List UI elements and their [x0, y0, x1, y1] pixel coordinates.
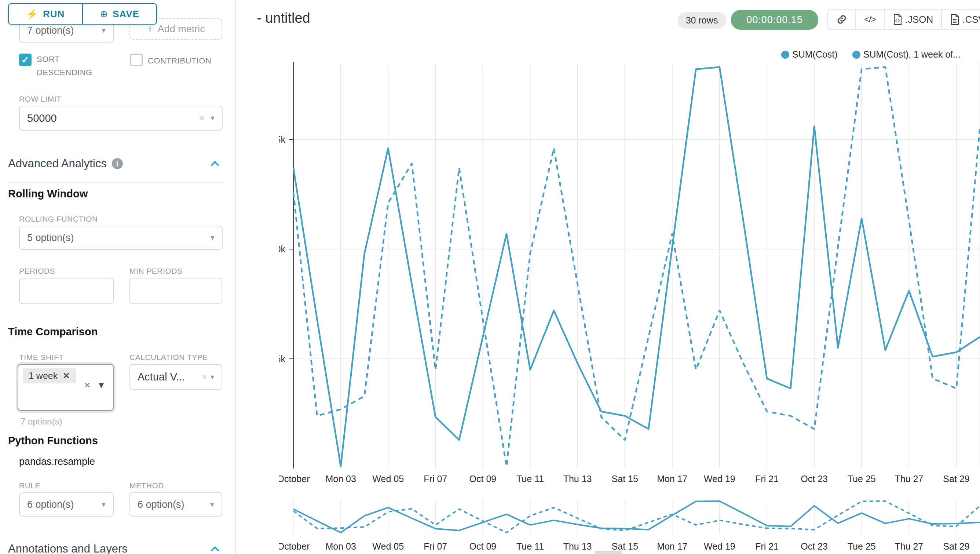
mini-x-tick-label: Wed 19: [704, 541, 735, 551]
contribution-label: CONTRIBUTION: [148, 54, 211, 67]
mini-x-tick-label: Tue 11: [516, 541, 544, 551]
chevron-down-icon: ▾: [102, 25, 106, 35]
time-shift-label: TIME SHIFT: [19, 353, 64, 362]
resize-handle[interactable]: [595, 551, 622, 554]
advanced-analytics-title: Advanced Analytics: [8, 157, 107, 170]
mini-x-tick-label: Mon 03: [325, 541, 356, 551]
json-label: .JSON: [905, 14, 934, 25]
rolling-window-title: Rolling Window: [8, 188, 88, 200]
mini-x-tick-label: Thu 13: [563, 541, 592, 551]
series-line-dashed[interactable]: [293, 67, 980, 466]
info-icon: i: [112, 158, 123, 169]
row-limit-label: ROW LIMIT: [19, 95, 61, 103]
x-tick-label: Wed 05: [372, 474, 404, 484]
mini-x-tick-label: Wed 05: [372, 541, 404, 551]
series-line-solid[interactable]: [293, 67, 980, 466]
link-icon: [836, 14, 847, 25]
section-divider: [8, 182, 224, 183]
main-line-chart[interactable]: 5k10k15kOctoberMon 03Wed 05Fri 07Oct 09T…: [279, 55, 980, 495]
mini-x-tick-label: Tue 25: [848, 541, 876, 551]
method-value: 6 option(s): [138, 499, 210, 510]
query-timer-badge: 00:00:00.15: [731, 10, 818, 30]
embed-code-button[interactable]: </>: [855, 10, 884, 29]
mini-range-chart[interactable]: OctoberMon 03Wed 05Fri 07Oct 09Tue 11Thu…: [279, 495, 980, 554]
x-tick-label: Tue 25: [848, 474, 876, 484]
row-limit-select[interactable]: 50000 × ▾: [19, 106, 223, 131]
metric-select-value: 7 option(s): [27, 25, 102, 36]
x-tick-label: October: [279, 474, 310, 484]
rolling-function-label: ROLLING FUNCTION: [19, 215, 98, 223]
remove-tag-icon[interactable]: ✕: [63, 371, 70, 381]
rule-select[interactable]: 6 option(s) ▾: [19, 492, 114, 517]
mini-x-tick-label: Oct 09: [469, 541, 496, 551]
mini-x-tick-label: Oct 23: [801, 541, 828, 551]
sort-descending-label: SORT DESCENDING: [37, 53, 95, 79]
periods-input[interactable]: [19, 278, 114, 304]
chevron-down-icon: ▼: [97, 380, 106, 390]
control-panel: ⚡ RUN ⊕ SAVE 7 option(s) ▾ + Add metric …: [0, 0, 236, 554]
mini-x-tick-label: Sat 15: [612, 541, 638, 551]
mini-x-tick-label: Thu 27: [894, 541, 923, 551]
run-button-label: RUN: [43, 8, 65, 20]
time-shift-tag-label: 1 week: [29, 371, 57, 381]
advanced-analytics-header[interactable]: Advanced Analytics i: [8, 157, 123, 170]
x-tick-label: Mon 17: [657, 474, 687, 484]
x-tick-label: Sat 15: [612, 474, 638, 484]
mini-series-line-solid: [293, 501, 980, 533]
export-csv-button[interactable]: .CSV: [941, 10, 980, 29]
row-limit-value: 50000: [27, 112, 199, 124]
plus-icon: +: [147, 23, 153, 35]
chevron-down-icon: ▾: [210, 373, 214, 381]
copy-link-button[interactable]: [828, 10, 855, 29]
export-toolbar: </> .JSON .CSV ≡: [827, 9, 980, 30]
mini-x-tick-label: Mon 17: [657, 541, 687, 551]
mini-x-tick-label: October: [279, 541, 310, 551]
annotations-header[interactable]: Annotations and Layers: [8, 542, 127, 554]
time-shift-multiselect[interactable]: 1 week ✕ × ▼: [18, 364, 114, 411]
pandas-resample-label: pandas.resample: [19, 456, 95, 467]
plus-circle-icon: ⊕: [100, 8, 108, 20]
export-json-button[interactable]: .JSON: [884, 10, 942, 29]
file-csv-icon: [950, 14, 959, 25]
mini-x-tick-label: Fri 07: [424, 541, 447, 551]
calculation-type-value: Actual V...: [138, 371, 202, 383]
explore-view: ⚡ RUN ⊕ SAVE 7 option(s) ▾ + Add metric …: [0, 0, 980, 554]
x-tick-label: Wed 19: [704, 474, 735, 484]
mini-series-line-dashed: [293, 501, 980, 533]
mini-x-tick-label: Sat 29: [943, 541, 969, 551]
rolling-function-select[interactable]: 5 option(s) ▾: [19, 226, 223, 250]
chevron-down-icon: ▾: [102, 500, 106, 509]
chevron-down-icon: ▾: [210, 233, 215, 242]
file-json-icon: [893, 14, 902, 25]
time-comparison-title: Time Comparison: [8, 326, 97, 338]
calculation-type-select[interactable]: Actual V... × ▾: [129, 364, 222, 390]
time-shift-helper: 7 option(s): [21, 416, 62, 427]
python-functions-title: Python Functions: [8, 435, 98, 447]
x-tick-label: Oct 09: [469, 474, 496, 484]
collapse-chevron-icon[interactable]: [211, 546, 220, 554]
y-tick-label: 15k: [279, 134, 285, 145]
clear-icon[interactable]: ×: [199, 112, 205, 124]
save-button-label: SAVE: [113, 8, 139, 20]
x-tick-label: Thu 27: [894, 474, 923, 484]
x-tick-label: Sat 29: [943, 474, 969, 484]
calculation-type-label: CALCULATION TYPE: [129, 353, 208, 362]
collapse-chevron-icon[interactable]: [211, 161, 220, 169]
rolling-function-value: 5 option(s): [27, 232, 210, 244]
time-shift-tag: 1 week ✕: [23, 368, 76, 384]
clear-icon[interactable]: ×: [202, 372, 207, 382]
mini-x-tick-label: Fri 21: [755, 541, 779, 551]
y-tick-label: 10k: [279, 244, 285, 254]
add-metric-label: Add metric: [158, 24, 205, 35]
chart-title[interactable]: - untitled: [257, 10, 310, 26]
x-tick-label: Fri 07: [424, 474, 447, 484]
min-periods-input[interactable]: [129, 278, 222, 304]
contribution-checkbox[interactable]: [130, 54, 143, 66]
run-button[interactable]: ⚡ RUN: [9, 4, 82, 24]
clear-icon[interactable]: ×: [84, 379, 90, 391]
save-button[interactable]: ⊕ SAVE: [82, 4, 156, 24]
code-icon: </>: [864, 14, 876, 25]
x-tick-label: Thu 13: [563, 474, 592, 484]
sort-descending-checkbox[interactable]: ✓: [19, 54, 32, 66]
method-select[interactable]: 6 option(s) ▾: [129, 492, 222, 517]
